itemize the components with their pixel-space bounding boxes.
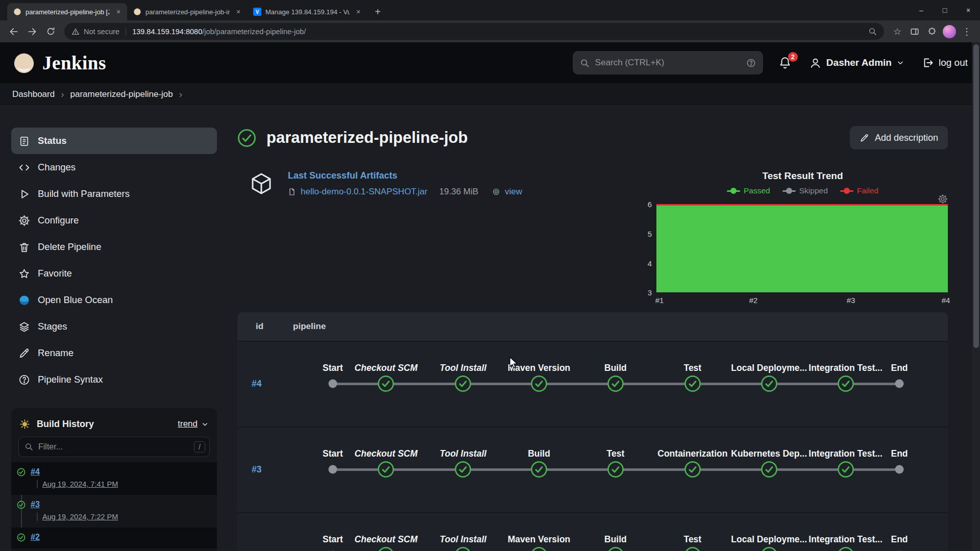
notifications-bell[interactable]: 2 bbox=[778, 56, 792, 69]
artifact-file-link[interactable]: hello-demo-0.0.1-SNAPSHOT.jar bbox=[301, 187, 427, 197]
build-history-title: Build History bbox=[37, 419, 94, 430]
new-tab-button[interactable]: + bbox=[370, 4, 385, 19]
build-number-link[interactable]: #3 bbox=[31, 500, 40, 509]
build-date-link[interactable]: Aug 19, 2024, 7:22 PM bbox=[37, 513, 118, 521]
tab-close-icon[interactable]: × bbox=[354, 7, 363, 16]
build-id-link[interactable]: #4 bbox=[252, 379, 261, 389]
tab-close-icon[interactable]: × bbox=[234, 7, 243, 16]
build-history-panel: Build History trend / #4 Aug 19, 2024, 7… bbox=[11, 408, 217, 551]
help-circle-icon bbox=[18, 374, 30, 386]
breadcrumb-caret[interactable]: › bbox=[179, 89, 182, 100]
x-tick: #1 bbox=[655, 296, 664, 305]
breadcrumb-job[interactable]: parameterized-pipeline-job bbox=[70, 89, 173, 99]
pipeline-row: Start Checkout SCM Tool Install Maven Ve… bbox=[237, 512, 948, 551]
user-menu[interactable]: Dasher Admin bbox=[809, 57, 904, 69]
security-label: Not secure bbox=[84, 28, 119, 36]
stage-success-icon bbox=[531, 461, 548, 478]
stage-success-icon bbox=[455, 461, 472, 478]
sidebar-item-label: Configure bbox=[38, 215, 79, 226]
stage-success-icon bbox=[837, 547, 854, 551]
legend-skipped[interactable]: Skipped bbox=[782, 186, 828, 195]
sidebar-item-configure[interactable]: Configure bbox=[11, 207, 217, 234]
sidebar-item-pipeline-syntax[interactable]: Pipeline Syntax bbox=[11, 366, 217, 393]
chart-title: Test Result Trend bbox=[656, 170, 949, 182]
build-number-link[interactable]: #4 bbox=[31, 467, 40, 476]
side-panel-icon[interactable] bbox=[906, 23, 923, 40]
bookmark-star-icon[interactable]: ☆ bbox=[889, 23, 905, 40]
jenkins-brand[interactable]: Jenkins bbox=[12, 51, 106, 74]
forward-button[interactable] bbox=[23, 23, 41, 40]
user-name: Dasher Admin bbox=[826, 57, 892, 68]
chart-settings-gear-icon[interactable] bbox=[938, 194, 948, 204]
build-filter-input[interactable] bbox=[18, 437, 210, 457]
divider bbox=[126, 28, 126, 36]
sidebar-item-build-with-parameters[interactable]: Build with Parameters bbox=[11, 181, 217, 207]
stage-success-icon bbox=[378, 375, 395, 392]
artifact-file-size: 19.36 MiB bbox=[439, 187, 478, 197]
code-icon bbox=[18, 162, 30, 173]
blue-ocean-icon bbox=[18, 294, 30, 306]
page-scrollbar[interactable] bbox=[972, 42, 980, 551]
sidebar-item-status[interactable]: Status bbox=[11, 128, 217, 154]
legend-passed[interactable]: Passed bbox=[727, 186, 770, 195]
file-icon bbox=[288, 188, 296, 196]
legend-failed[interactable]: Failed bbox=[840, 186, 878, 195]
search-help-icon[interactable] bbox=[746, 58, 756, 68]
last-successful-artifacts-link[interactable]: Last Successful Artifacts bbox=[288, 170, 397, 181]
browser-tab-strip: parameterized-pipeline-job [Je... × para… bbox=[0, 0, 980, 20]
window-close-button[interactable]: × bbox=[957, 0, 980, 20]
artifact-view-link[interactable]: view bbox=[505, 187, 522, 197]
scrollbar-thumb[interactable] bbox=[973, 44, 979, 348]
build-history-item[interactable]: #4 Aug 19, 2024, 7:41 PM bbox=[11, 462, 217, 495]
sidebar-item-favorite[interactable]: Favorite bbox=[11, 260, 217, 287]
clipboard-icon bbox=[18, 135, 30, 147]
play-icon bbox=[18, 188, 30, 200]
y-tick: 4 bbox=[635, 259, 652, 268]
sidebar-item-rename[interactable]: Rename bbox=[11, 340, 217, 366]
browser-tab-3[interactable]: V Manage 139.84.159.194 - Vult... × bbox=[247, 3, 367, 20]
address-bar[interactable]: Not secure 139.84.159.194:8080/job/param… bbox=[64, 23, 884, 40]
browser-profile-avatar[interactable] bbox=[941, 23, 958, 40]
jenkins-logo bbox=[12, 51, 36, 74]
search-input[interactable] bbox=[595, 58, 741, 68]
url-path: /job/parameterized-pipeline-job/ bbox=[202, 28, 306, 36]
trend-link[interactable]: trend bbox=[178, 419, 198, 429]
sidebar-item-delete-pipeline[interactable]: Delete Pipeline bbox=[11, 234, 217, 260]
sidebar-item-stages[interactable]: Stages bbox=[11, 313, 217, 340]
add-description-button[interactable]: Add description bbox=[850, 126, 948, 149]
build-history-item[interactable]: #3 Aug 19, 2024, 7:22 PM bbox=[11, 495, 217, 528]
tab-close-icon[interactable]: × bbox=[114, 7, 123, 16]
breadcrumb-dashboard[interactable]: Dashboard bbox=[12, 89, 55, 99]
browser-menu-kebab-icon[interactable]: ⋮ bbox=[959, 23, 975, 40]
extensions-puzzle-icon[interactable] bbox=[924, 23, 940, 40]
sidebar-item-label: Open Blue Ocean bbox=[38, 294, 113, 306]
build-number-link[interactable]: #2 bbox=[31, 533, 40, 541]
browser-toolbar: Not secure 139.84.159.194:8080/job/param… bbox=[0, 20, 980, 42]
browser-tab-2[interactable]: parameterized-pipeline-job-ini... × bbox=[127, 3, 247, 20]
zoom-icon[interactable] bbox=[868, 27, 877, 36]
build-history-item[interactable]: #2 bbox=[11, 528, 217, 548]
global-search[interactable] bbox=[573, 51, 763, 74]
sidebar-item-label: Pipeline Syntax bbox=[38, 374, 103, 385]
build-history-list: #4 Aug 19, 2024, 7:41 PM #3 Aug 19, 2024… bbox=[11, 462, 217, 548]
window-maximize-button[interactable]: □ bbox=[933, 0, 957, 20]
chevron-down-icon[interactable] bbox=[201, 420, 209, 428]
column-header-id: id bbox=[256, 321, 263, 332]
sidebar-item-open-blue-ocean[interactable]: Open Blue Ocean bbox=[11, 287, 217, 313]
build-date-link[interactable]: Aug 19, 2024, 7:41 PM bbox=[37, 480, 118, 488]
refresh-button[interactable] bbox=[42, 23, 59, 40]
sidebar-item-label: Changes bbox=[38, 162, 76, 173]
logout-icon bbox=[922, 57, 934, 69]
stage-success-icon bbox=[455, 375, 472, 392]
logout-button[interactable]: log out bbox=[922, 57, 968, 69]
sidebar-item-changes[interactable]: Changes bbox=[11, 154, 217, 181]
back-button[interactable] bbox=[5, 23, 22, 40]
star-icon bbox=[18, 268, 30, 280]
browser-tab-1[interactable]: parameterized-pipeline-job [Je... × bbox=[7, 3, 127, 20]
stage-terminal-dot bbox=[329, 380, 337, 388]
build-id-link[interactable]: #3 bbox=[252, 464, 261, 475]
page-title: parameterized-pipeline-job bbox=[266, 129, 468, 147]
sidebar-item-label: Stages bbox=[38, 321, 67, 332]
chart-plot-area bbox=[656, 204, 948, 292]
window-minimize-button[interactable]: – bbox=[910, 0, 933, 20]
